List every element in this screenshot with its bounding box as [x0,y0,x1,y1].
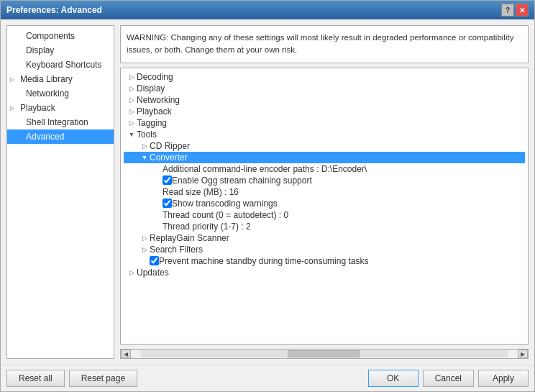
tree-item-tagging[interactable]: ▷ Tagging [124,117,525,129]
collapse-icon: ▷ [127,73,137,81]
collapse-icon: ▷ [140,246,150,253]
warning-text: WARNING: Changing any of these settings … [127,33,513,54]
tree-item-read-size[interactable]: Read size (MB) : 16 [124,186,525,198]
tree-item-transcoding[interactable]: Show transcoding warnings [124,198,525,209]
ogg-chaining-checkbox[interactable] [163,176,172,185]
tree-item-replaygain[interactable]: ▷ ReplayGain Scanner [124,232,525,244]
scroll-left-button[interactable]: ◀ [121,350,131,358]
ok-button[interactable]: OK [368,370,419,387]
tree-item-playback[interactable]: ▷ Playback [124,106,525,117]
footer-left-buttons: Reset all Reset page [6,370,137,387]
scroll-thumb[interactable] [288,350,360,357]
tree-item-cd-ripper[interactable]: ▷ CD Ripper [124,140,525,152]
horizontal-scrollbar[interactable]: ◀ ▶ [120,349,529,359]
collapse-icon: ▷ [140,142,150,150]
expand-arrow-icon: ▷ [10,105,17,111]
prevent-standby-checkbox[interactable] [150,256,159,265]
titlebar: Preferences: Advanced ? ✕ [1,1,534,19]
preferences-window: Preferences: Advanced ? ✕ Components Dis… [0,0,535,392]
collapse-icon: ▷ [127,269,137,276]
tree-panel[interactable]: ▷ Decoding ▷ Display ▷ Networking ▷ Play… [120,68,529,345]
footer: Reset all Reset page OK Cancel Apply [1,365,534,391]
scroll-right-button[interactable]: ▶ [518,350,528,358]
close-button[interactable]: ✕ [516,4,529,17]
sidebar-item-display[interactable]: Display [7,43,114,58]
tree-item-search-filters[interactable]: ▷ Search Filters [124,244,525,255]
collapse-icon: ▷ [127,85,137,92]
sidebar-item-shell[interactable]: Shell Integration [7,115,114,129]
sidebar-item-media-library[interactable]: ▷ Media Library [7,72,114,86]
collapse-icon: ▷ [127,108,137,115]
help-button[interactable]: ? [501,4,514,17]
tree-item-prevent-standby[interactable]: Prevent machine standby during time-cons… [124,255,525,267]
collapse-icon: ▷ [127,96,137,104]
expand-icon: ▼ [140,154,150,161]
titlebar-buttons: ? ✕ [501,4,529,17]
sidebar-item-networking[interactable]: Networking [7,86,114,101]
scroll-track[interactable] [141,350,508,357]
reset-all-button[interactable]: Reset all [6,370,65,387]
cancel-button[interactable]: Cancel [423,370,474,387]
expand-icon: ▼ [127,131,137,138]
tree-item-encoder-paths[interactable]: Additional command-line encoder paths : … [124,163,525,175]
reset-page-button[interactable]: Reset page [69,370,137,387]
collapse-icon: ▷ [140,234,150,242]
tree-item-converter[interactable]: ▼ Converter [124,152,525,163]
sidebar-item-advanced[interactable]: Advanced [7,129,114,144]
expand-arrow-icon: ▷ [10,76,17,83]
sidebar: Components Display Keyboard Shortcuts ▷ … [6,25,114,359]
sidebar-item-playback[interactable]: ▷ Playback [7,101,114,115]
sidebar-item-keyboard[interactable]: Keyboard Shortcuts [7,58,114,72]
footer-right-buttons: OK Cancel Apply [368,370,529,387]
window-title: Preferences: Advanced [6,5,102,15]
tree-item-thread-count[interactable]: Thread count (0 = autodetect) : 0 [124,209,525,221]
warning-box: WARNING: Changing any of these settings … [120,25,529,63]
transcoding-checkbox[interactable] [163,199,172,208]
main-content: Components Display Keyboard Shortcuts ▷ … [1,19,534,365]
tree-item-decoding[interactable]: ▷ Decoding [124,71,525,83]
right-panel: WARNING: Changing any of these settings … [120,25,529,359]
tree-item-tools[interactable]: ▼ Tools [124,129,525,140]
tree-item-ogg-chaining[interactable]: Enable Ogg stream chaining support [124,175,525,186]
collapse-icon: ▷ [127,119,137,127]
tree-item-thread-priority[interactable]: Thread priority (1-7) : 2 [124,221,525,232]
tree-item-updates[interactable]: ▷ Updates [124,267,525,278]
tree-item-display[interactable]: ▷ Display [124,83,525,94]
sidebar-item-components[interactable]: Components [7,29,114,43]
tree-item-networking[interactable]: ▷ Networking [124,94,525,106]
apply-button[interactable]: Apply [478,370,529,387]
